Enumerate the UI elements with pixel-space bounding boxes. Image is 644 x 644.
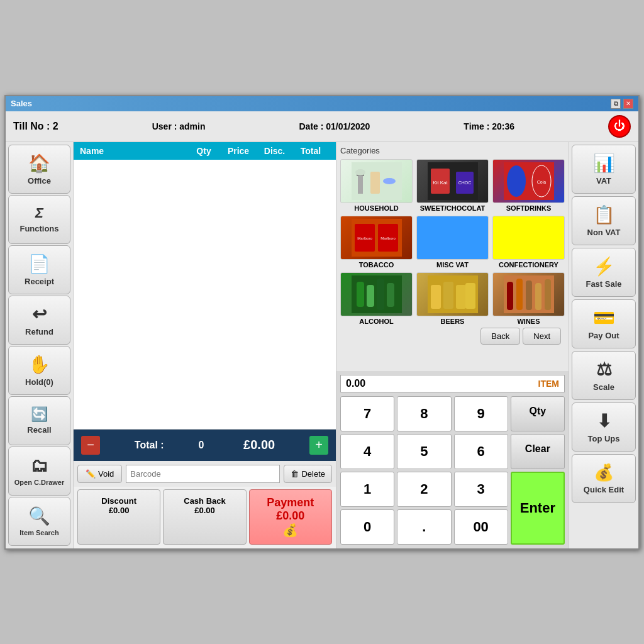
sidebar-item-receipt[interactable]: 📄 Receipt (8, 245, 70, 294)
key-7[interactable]: 7 (340, 396, 394, 431)
nonvat-button[interactable]: 📋 Non VAT (572, 196, 636, 245)
category-sweet[interactable]: Kit Kat CHOC SWEET/CHOCOLAT (416, 159, 489, 212)
qty-button[interactable]: Qty (511, 396, 565, 431)
sidebar-item-drawer[interactable]: 🗂 Open C.Drawer (8, 447, 70, 496)
key-3[interactable]: 3 (454, 472, 508, 507)
enter-button[interactable]: Enter (511, 472, 565, 545)
numpad-section: 0.00 ITEM 7 8 9 Qty 4 5 6 Clear 1 2 3 En… (336, 371, 569, 548)
barcode-input[interactable] (126, 465, 280, 483)
svg-rect-21 (504, 219, 554, 257)
sidebar-label-refund: Refund (25, 327, 53, 336)
key-6[interactable]: 6 (454, 434, 508, 469)
svg-text:CHOC: CHOC (458, 180, 471, 185)
sidebar-item-office[interactable]: 🏠 Office (8, 145, 70, 194)
quickedit-icon: 💰 (594, 463, 614, 482)
key-8[interactable]: 8 (397, 396, 451, 431)
key-4[interactable]: 4 (340, 434, 394, 469)
title-controls: ⧉ ✕ (611, 99, 633, 109)
payment-button[interactable]: Payment £0.00 💰 (249, 489, 332, 545)
categories-label: Categories (340, 146, 565, 155)
till-info: Till No : 2 (13, 121, 58, 132)
user-label: User : admin (152, 121, 206, 131)
cashback-amount: £0.00 (166, 506, 243, 515)
quickedit-label: Quick Edit (584, 485, 624, 494)
till-number: Till No : 2 (13, 121, 58, 132)
void-icon: ✏️ (86, 469, 96, 479)
minus-button[interactable]: − (81, 436, 100, 455)
svg-rect-25 (377, 279, 384, 310)
discount-button[interactable]: Discount £0.00 (77, 489, 160, 545)
key-1[interactable]: 1 (340, 472, 394, 507)
sidebar-label-drawer: Open C.Drawer (14, 479, 64, 486)
sidebar-item-recall[interactable]: 🔄 Recall (8, 396, 70, 445)
plus-button[interactable]: + (309, 436, 328, 455)
category-tobacco[interactable]: Marlboro Marlboro TOBACCO (340, 216, 413, 269)
void-label: Void (98, 469, 114, 479)
hold-icon: ✋ (28, 354, 50, 375)
vat-label: VAT (596, 176, 611, 186)
cashback-label: Cash Back (166, 496, 243, 506)
key-00[interactable]: 00 (454, 509, 508, 545)
restore-button[interactable]: ⧉ (611, 99, 621, 109)
softdrinks-name: SOFTDRINKS (506, 204, 552, 212)
svg-point-3 (355, 169, 365, 175)
transaction-header: Name Qty Price Disc. Total (74, 142, 336, 160)
svg-text:Marlboro: Marlboro (380, 236, 396, 240)
sidebar-item-refund[interactable]: ↩ Refund (8, 296, 70, 345)
back-button[interactable]: Back (480, 328, 520, 345)
close-button[interactable]: ✕ (623, 99, 633, 109)
receipt-icon: 📄 (28, 253, 50, 274)
action-bar: ✏️ Void 🗑 Delete (74, 461, 336, 487)
topups-icon: ⬇ (597, 411, 611, 431)
key-2[interactable]: 2 (397, 472, 451, 507)
svg-rect-24 (367, 285, 374, 307)
category-confectionery[interactable]: CONFECTIONERY (492, 216, 565, 269)
power-button[interactable]: ⏻ (608, 115, 631, 138)
key-9[interactable]: 9 (454, 396, 508, 431)
scale-button[interactable]: ⚖ Scale (572, 351, 636, 400)
right-sidebar: 📊 VAT 📋 Non VAT ⚡ Fast Sale 💳 Pay Out ⚖ … (569, 142, 638, 548)
category-beers[interactable]: BEERS (416, 272, 489, 325)
sweet-name: SWEET/CHOCOLAT (420, 204, 486, 212)
delete-button[interactable]: 🗑 Delete (284, 465, 332, 483)
topups-label: Top Ups (587, 434, 619, 443)
clear-button[interactable]: Clear (511, 434, 565, 469)
category-wines[interactable]: WINES (492, 272, 565, 325)
category-alcohol[interactable]: ALCOHOL (340, 272, 413, 325)
svg-rect-4 (370, 172, 380, 194)
alcohol-name: ALCOHOL (359, 318, 393, 325)
nonvat-icon: 📋 (593, 204, 615, 225)
fastsale-icon: ⚡ (593, 256, 615, 277)
time-label: Time : 20:36 (464, 121, 514, 131)
fastsale-button[interactable]: ⚡ Fast Sale (572, 248, 636, 297)
category-misc[interactable]: MISC VAT (416, 216, 489, 269)
category-household[interactable]: HOUSEHOLD (340, 159, 413, 212)
fastsale-label: Fast Sale (586, 279, 621, 289)
key-dot[interactable]: . (397, 509, 451, 545)
beers-name: BEERS (441, 318, 465, 325)
vat-button[interactable]: 📊 VAT (572, 145, 636, 194)
household-img (340, 159, 413, 203)
payout-icon: 💳 (593, 308, 615, 328)
search-icon: 🔍 (28, 506, 50, 526)
sidebar-item-functions[interactable]: Σ Functions (8, 195, 70, 244)
svg-text:Kit Kat: Kit Kat (433, 180, 448, 186)
sidebar-item-hold[interactable]: ✋ Hold(0) (8, 346, 70, 395)
svg-rect-33 (507, 282, 513, 310)
key-0[interactable]: 0 (340, 509, 394, 545)
void-button[interactable]: ✏️ Void (77, 465, 122, 483)
next-button[interactable]: Next (523, 328, 561, 345)
key-5[interactable]: 5 (397, 434, 451, 469)
sidebar-item-search[interactable]: 🔍 Item Search (8, 497, 70, 546)
topups-button[interactable]: ⬇ Top Ups (572, 402, 636, 452)
payout-button[interactable]: 💳 Pay Out (572, 299, 636, 348)
category-softdrinks[interactable]: Cola SOFTDRINKS (492, 159, 565, 212)
tobacco-name: TOBACCO (359, 261, 394, 269)
wines-name: WINES (517, 318, 540, 325)
quickedit-button[interactable]: 💰 Quick Edit (572, 454, 636, 503)
soft-img: Cola (492, 159, 565, 203)
svg-rect-28 (431, 285, 441, 309)
svg-rect-23 (357, 282, 364, 307)
cashback-button[interactable]: Cash Back £0.00 (163, 489, 246, 545)
nav-buttons: Back Next (340, 325, 565, 347)
